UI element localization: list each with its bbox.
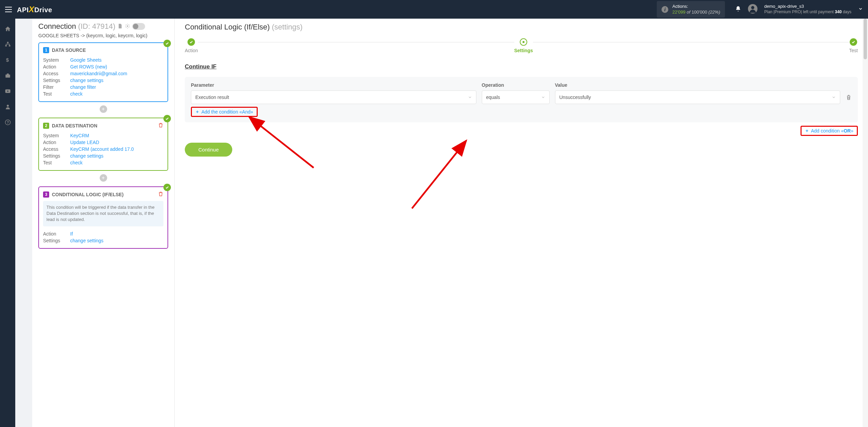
avatar-icon (748, 4, 757, 15)
youtube-icon[interactable] (4, 88, 11, 95)
operation-select[interactable]: equals (482, 90, 550, 104)
add-or-label: Add condition «OR» (811, 128, 853, 134)
page-title: Conditional Logic (If/Else) (settings) (185, 23, 858, 32)
chevron-down-icon (541, 95, 545, 99)
value-select[interactable]: Unsuccessfully (555, 90, 841, 104)
data-destination-card: 2DATA DESTINATION SystemKeyCRM ActionUpd… (38, 118, 168, 171)
row-value[interactable]: Update LEAD (70, 140, 99, 145)
parameter-select[interactable]: Execution result (191, 90, 476, 104)
connection-title-text: Connection (38, 22, 76, 31)
add-or-button[interactable]: Add condition «OR» (801, 126, 858, 136)
plan-suffix: days (842, 9, 851, 14)
svg-point-1 (751, 6, 754, 9)
connection-title: Connection (ID: 47914) (38, 22, 168, 31)
plan-days: 340 (835, 9, 842, 14)
trash-icon[interactable] (158, 122, 163, 129)
row-value[interactable]: change filter (70, 84, 96, 90)
actions-text: Actions: 22'099 of 100'000 (22%) (672, 4, 720, 15)
row-value[interactable]: KeyCRM (account added 17.0 (70, 146, 134, 152)
home-icon[interactable] (4, 25, 11, 32)
plus-icon (195, 110, 199, 114)
row-value[interactable]: change settings (70, 153, 103, 159)
document-icon[interactable] (117, 22, 123, 31)
user-icon[interactable] (4, 103, 11, 110)
plan-prefix: Plan |Premium PRO| left until payment (764, 9, 835, 14)
page-title-text: Conditional Logic (If/Else) (185, 23, 272, 31)
row-label: Action (43, 140, 70, 145)
svg-line-14 (249, 117, 314, 168)
bell-icon[interactable] (735, 6, 741, 13)
trash-icon[interactable] (158, 191, 163, 198)
logo[interactable]: APIXDrive (17, 5, 52, 14)
actions-counter[interactable]: i Actions: 22'099 of 100'000 (22%) (657, 1, 725, 18)
hamburger-icon[interactable] (5, 7, 12, 12)
svg-point-12 (127, 25, 128, 27)
logo-suffix: Drive (34, 6, 52, 14)
condition-block: Parameter Execution result Operation equ… (185, 77, 858, 122)
briefcase-icon[interactable] (4, 72, 11, 79)
row-label: Access (43, 146, 70, 152)
row-label: Settings (43, 153, 70, 159)
connection-toggle[interactable] (132, 23, 145, 30)
actions-total: 100'000 (692, 9, 707, 15)
connection-id: (ID: 47914) (78, 22, 115, 31)
delete-condition-button[interactable] (846, 94, 852, 104)
help-icon[interactable]: ? (4, 119, 11, 126)
svg-rect-7 (7, 74, 9, 75)
value-value: Unsuccessfully (559, 95, 591, 100)
sidebar: $ ? (0, 19, 15, 427)
chevron-down-icon[interactable] (858, 6, 863, 12)
row-value[interactable]: Get ROWS (new) (70, 64, 107, 69)
row-value[interactable]: maverickandrii@gmail.com (70, 71, 127, 76)
add-step-button[interactable]: + (100, 174, 107, 182)
row-value[interactable]: Google Sheets (70, 57, 102, 63)
continue-button[interactable]: Continue (185, 143, 232, 157)
gear-icon[interactable] (125, 22, 130, 31)
row-value[interactable]: If (70, 231, 73, 237)
row-value[interactable]: KeyCRM (70, 133, 89, 138)
add-and-button[interactable]: Add the condition «And» (191, 107, 258, 117)
add-step-button[interactable]: + (100, 105, 107, 113)
row-label: Test (43, 91, 70, 97)
row-value[interactable]: change settings (70, 78, 103, 83)
card-title-text: CONDITIONAL LOGIC (IF/ELSE) (52, 192, 123, 197)
card-title: 1DATA SOURCE (43, 47, 163, 53)
step-label: Settings (514, 48, 533, 53)
top-bar: APIXDrive i Actions: 22'099 of 100'000 (… (0, 0, 868, 19)
dollar-icon[interactable]: $ (4, 57, 11, 63)
row-value[interactable]: change settings (70, 238, 103, 243)
chevron-down-icon (468, 95, 472, 99)
step-action[interactable]: Action (185, 38, 198, 53)
actions-of: of (686, 9, 692, 15)
plus-icon (805, 129, 809, 133)
step-label: Action (185, 48, 198, 53)
svg-rect-4 (9, 45, 11, 46)
step-test[interactable]: Test (849, 38, 858, 53)
parameter-value: Execution result (195, 95, 229, 100)
user-menu[interactable]: demo_apix-drive_s3 Plan |Premium PRO| le… (745, 4, 851, 15)
page-title-sub: (settings) (272, 23, 302, 31)
svg-rect-3 (5, 45, 7, 46)
chevron-down-icon (832, 95, 836, 99)
scrollbar[interactable] (863, 19, 868, 427)
svg-rect-2 (7, 42, 8, 43)
svg-point-9 (7, 105, 9, 107)
card-title-text: DATA SOURCE (52, 47, 86, 53)
card-title-text: DATA DESTINATION (52, 123, 97, 128)
row-label: Settings (43, 238, 70, 243)
param-label: Parameter (191, 82, 476, 88)
svg-line-15 (412, 141, 466, 208)
section-title: Continue IF (185, 63, 858, 70)
actions-count: 22'099 (672, 9, 686, 15)
logo-prefix: API (17, 6, 29, 14)
row-label: Test (43, 160, 70, 165)
card-title: 2DATA DESTINATION (43, 122, 163, 129)
row-value[interactable]: check (70, 91, 83, 97)
user-text: demo_apix-drive_s3 Plan |Premium PRO| le… (764, 4, 851, 15)
step-settings[interactable]: Settings (514, 38, 533, 53)
row-label: Access (43, 71, 70, 76)
flow-icon[interactable] (4, 41, 11, 48)
conditional-logic-card: 3CONDITIONAL LOGIC (IF/ELSE) This condit… (38, 186, 168, 249)
logo-x: X (29, 5, 35, 14)
row-value[interactable]: check (70, 160, 83, 165)
